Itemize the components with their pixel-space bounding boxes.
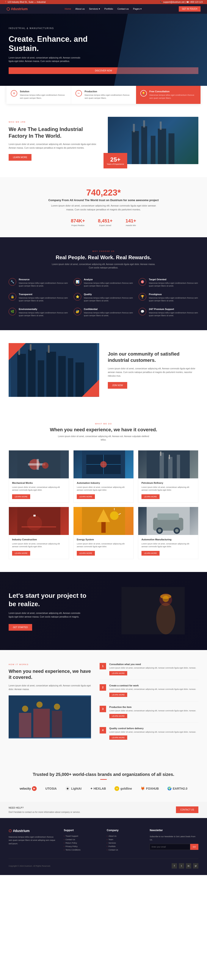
why-title: Real People. Real Work. Real Rewards. xyxy=(9,255,198,261)
service-bar: ⚙ Solution Maecenas tempus tellus eget c… xyxy=(6,86,201,104)
footer-cta-button[interactable]: CONTACT US xyxy=(176,807,198,813)
why-item-0: 🔧 Resource Maecenas tempus tellus eget c… xyxy=(9,278,68,288)
service-content-3: Industry Construction Lorem ipsum dolor … xyxy=(9,535,69,559)
svg-point-42 xyxy=(110,511,119,520)
why-item-8-title: 24/7 Premium Support xyxy=(149,308,198,310)
svg-rect-52 xyxy=(121,587,185,634)
how-step-3-desc: Lorem ipsum dolor sit amet, consectetuer… xyxy=(109,731,196,734)
nav-pages[interactable]: Pages ▾ xyxy=(133,8,142,10)
brand-lightai-icon: ◉ xyxy=(65,786,70,791)
svg-point-63 xyxy=(54,703,60,710)
brand-earth-icon: 🌍 xyxy=(167,786,172,791)
topbar-address: 📍 123 Industry Blvd St., Suite — Industr… xyxy=(4,1,46,3)
social-twitter[interactable]: t xyxy=(179,863,184,869)
service-2-btn[interactable]: LEARN MORE xyxy=(141,494,160,499)
stat-project-label: Project Realize xyxy=(71,224,85,226)
stats-main-number: 740,223* xyxy=(9,188,198,197)
topbar: 📍 123 Industry Blvd St., Suite — Industr… xyxy=(0,0,207,4)
how-step-2-icon: 3 xyxy=(99,706,106,712)
brand-earth: 🌍 EARTH2.0 xyxy=(167,786,188,791)
nav-cta-button[interactable]: GET IN TOUCH xyxy=(179,6,201,12)
cta-title: Let's start your project to be realize. xyxy=(9,591,95,608)
service-card-solution: ⚙ Solution Maecenas tempus tellus eget c… xyxy=(6,86,71,104)
service-5-btn[interactable]: LEARN MORE xyxy=(141,551,160,555)
footer-link-terms[interactable]: Terms Conditions xyxy=(64,849,100,851)
how-step-0-btn[interactable]: LEARN MORE xyxy=(109,671,127,675)
why-label: WHY CHOOSE US xyxy=(9,250,198,252)
how-step-3: 4 Quality control before delivery Lorem … xyxy=(99,727,198,744)
how-step-2-btn[interactable]: LEARN MORE xyxy=(109,714,127,718)
why-item-2: 🎯 Target Oriented Maecenas tempus tellus… xyxy=(139,278,198,288)
service-3-title: Industry Construction xyxy=(12,538,66,541)
footer-link-contact2[interactable]: Contact Us xyxy=(107,849,143,851)
footer-link-return[interactable]: Return Policy xyxy=(64,842,100,844)
production-icon: ✂ xyxy=(75,90,82,97)
stat-expert-label: Expert Joined xyxy=(98,224,112,226)
nav-home[interactable]: Home xyxy=(65,8,71,10)
svg-rect-60 xyxy=(52,711,62,737)
nav-portfolio[interactable]: Portfolio xyxy=(104,8,113,10)
footer-link-privacy[interactable]: Privacy Policy xyxy=(64,845,100,848)
how-step-0: 1 Consultation what you need Lorem ipsum… xyxy=(99,663,198,680)
why-item-3-title: Transparent xyxy=(19,293,68,296)
footer-link-travel[interactable]: Travel Support xyxy=(64,835,100,837)
nav-contact[interactable]: Contact us xyxy=(117,8,129,10)
how-step-2-title: Production the item xyxy=(109,706,196,708)
about-badge-text: Years of Experience xyxy=(107,163,124,165)
social-youtube[interactable]: yt xyxy=(193,863,198,869)
nav-links: Home About us Services ▾ Portfolio Conta… xyxy=(65,8,142,10)
why-icon-5: 🏆 xyxy=(139,293,146,301)
service-card-4: Energy System Lorem ipsum dolor sit amet… xyxy=(73,507,134,559)
svg-rect-5 xyxy=(133,124,135,132)
service-4-btn[interactable]: LEARN MORE xyxy=(77,551,95,555)
service-1-btn[interactable]: LEARN MORE xyxy=(77,494,95,499)
footer-link-team[interactable]: Team xyxy=(107,838,143,841)
footer-logo[interactable]: ⬡ #dustrium xyxy=(9,829,57,833)
service-3-btn[interactable]: LEARN MORE xyxy=(12,551,30,555)
about-cta-button[interactable]: LEARN MORE xyxy=(9,154,32,161)
social-facebook[interactable]: f xyxy=(172,863,177,869)
footer-newsletter-title: Newsletter xyxy=(150,829,198,832)
services-label: WHAT WE DO xyxy=(9,423,198,425)
how-desc: Lorem ipsum dolor sit amet, consectetuer… xyxy=(9,684,91,691)
logo[interactable]: ⬡ #dustrium xyxy=(6,7,27,11)
how-step-3-icon: 4 xyxy=(99,727,106,733)
how-step-2: 3 Production the item Lorem ipsum dolor … xyxy=(99,706,198,723)
community-title: Join our community of satisfied industri… xyxy=(108,351,198,363)
newsletter-submit-button[interactable]: GO xyxy=(190,844,198,850)
nav-services[interactable]: Services ▾ xyxy=(89,8,100,10)
footer-bottom: Copyright © 2024 Dustrium. All Rights Re… xyxy=(9,859,198,869)
community-cta-button[interactable]: JOIN NOW xyxy=(108,382,127,389)
hero-description: Lorem ipsum dolor sit amet, consectetuer… xyxy=(9,56,84,63)
footer-link-about[interactable]: About Us xyxy=(107,835,143,837)
social-linkedin[interactable]: in xyxy=(186,863,191,869)
brand-goldline-icon: ● xyxy=(114,786,119,791)
brand-foxhub: 🦊 FOXHUB xyxy=(141,786,159,791)
cta-button[interactable]: GET STARTED xyxy=(9,624,32,631)
svg-rect-6 xyxy=(143,121,145,127)
newsletter-form: GO xyxy=(150,844,198,850)
why-item-0-desc: Maecenas tempus tellus eget condimentum … xyxy=(19,282,68,288)
how-step-1-btn[interactable]: LEARN MORE xyxy=(109,693,127,697)
svg-rect-0 xyxy=(132,131,139,164)
footer-link-portfolio[interactable]: Portfolio xyxy=(107,845,143,848)
why-item-0-title: Resource xyxy=(19,278,68,281)
service-0-btn[interactable]: LEARN MORE xyxy=(12,494,30,499)
how-image xyxy=(9,695,91,738)
footer-col-about: ⬡ #dustrium Maecenas tempus tellus eget … xyxy=(9,829,57,852)
newsletter-email-input[interactable] xyxy=(150,844,190,850)
footer-link-contact[interactable]: Contact Us xyxy=(64,838,100,841)
why-icon-4: ⭐ xyxy=(74,293,81,301)
service-content-2: Petroleum Refinery Lorem ipsum dolor sit… xyxy=(138,478,198,502)
service-content-4: Energy System Lorem ipsum dolor sit amet… xyxy=(74,535,133,559)
why-item-3-desc: Maecenas tempus tellus eget condimentum … xyxy=(19,297,68,302)
svg-point-36 xyxy=(27,515,42,531)
footer-link-services[interactable]: Services xyxy=(107,842,143,844)
nav-about[interactable]: About us xyxy=(75,8,85,10)
how-step-3-btn[interactable]: LEARN MORE xyxy=(109,735,127,740)
cta-worker-svg xyxy=(108,587,198,634)
svg-rect-18 xyxy=(48,345,50,353)
why-item-1: 📊 Analyze Maecenas tempus tellus eget co… xyxy=(74,278,133,288)
hero-title: Create. Enhance. and Sustain. xyxy=(9,34,95,53)
how-step-0-title: Consultation what you need xyxy=(109,663,196,665)
